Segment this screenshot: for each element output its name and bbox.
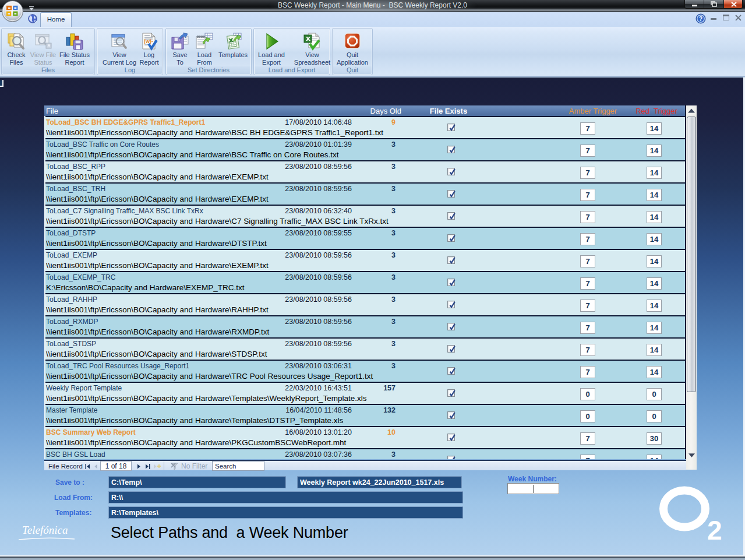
- svg-text:(w)-: (w)-: [144, 38, 153, 44]
- svg-text:2: 2: [707, 515, 722, 545]
- svg-text:?: ?: [699, 16, 702, 22]
